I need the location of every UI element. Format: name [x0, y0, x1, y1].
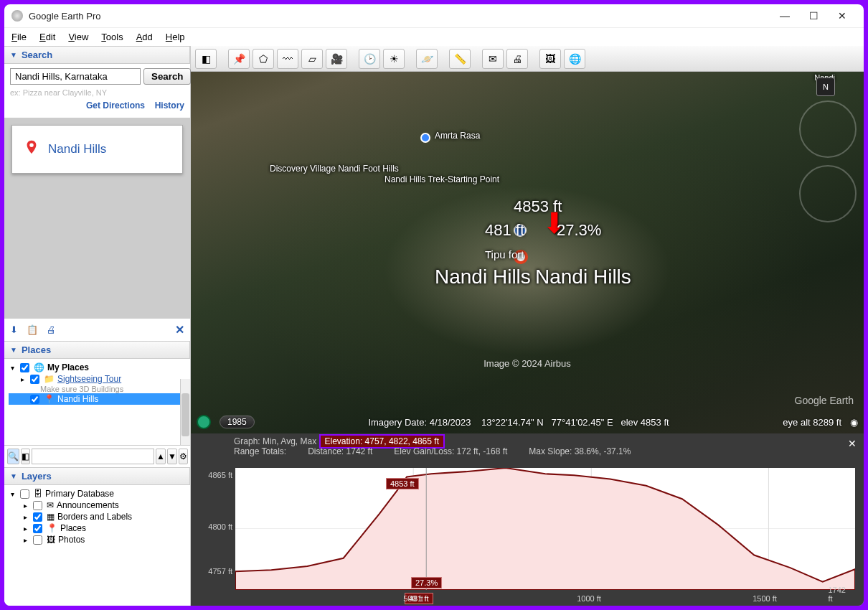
menu-tools[interactable]: Tools	[101, 32, 123, 42]
expand-icon[interactable]: ▾	[9, 364, 16, 372]
menu-edit[interactable]: Edit	[39, 32, 55, 42]
compass-icon[interactable]: N	[816, 78, 835, 96]
status-bar: 1985 Imagery Date: 4/18/2023 13°22'14.74…	[191, 413, 864, 431]
expand-icon[interactable]: ▾	[9, 490, 16, 498]
menu-view[interactable]: View	[68, 32, 88, 42]
app-title: Google Earth Pro	[29, 11, 100, 22]
maximize-button[interactable]: ☐	[799, 6, 828, 26]
search-result-item[interactable]: Nandi Hills	[11, 125, 183, 174]
checkbox[interactable]	[30, 395, 39, 404]
mail-icon: ✉	[47, 500, 54, 510]
gainloss-readout: Elev Gain/Loss: 172 ft, -168 ft	[394, 446, 507, 456]
scrollbar[interactable]	[180, 379, 190, 445]
search-results: Nandi Hills	[4, 118, 190, 319]
ruler-button[interactable]: 📏	[449, 49, 471, 69]
menu-help[interactable]: Help	[166, 32, 185, 42]
save-image-button[interactable]: 🖼	[539, 49, 561, 69]
folder-icon: 📁	[44, 374, 55, 384]
nav-ring[interactable]	[799, 100, 857, 158]
place-item[interactable]: Nandi Hills	[57, 394, 98, 404]
photo-icon: 🖼	[47, 535, 55, 545]
pin-icon: 📍	[44, 394, 55, 404]
layer-item[interactable]: Photos	[58, 535, 85, 545]
collapse-icon: ▼	[10, 51, 17, 59]
clear-search-icon[interactable]: ✕	[175, 323, 184, 337]
y-tick: 4757 ft	[208, 567, 232, 576]
layers-panel-header[interactable]: ▼ Layers	[4, 467, 190, 485]
place-icon: 📍	[47, 523, 57, 533]
sun-button[interactable]: ☀	[383, 49, 405, 69]
elevation-chart[interactable]: 4853 ft 27.3%	[235, 468, 855, 590]
places-panel-header[interactable]: ▼ Places	[4, 341, 190, 359]
path-button[interactable]: 〰	[277, 49, 298, 69]
planet-button[interactable]: 🪐	[416, 49, 438, 69]
checkbox[interactable]	[33, 524, 42, 533]
checkbox[interactable]	[33, 512, 42, 522]
places-tree: ▾ 🌐 My Places ▸ 📁 Sightseeing Tour Make …	[4, 359, 190, 445]
close-elevation-button[interactable]: ✕	[848, 438, 857, 449]
primary-db-label[interactable]: Primary Database	[45, 489, 114, 499]
map-label: Tipu fort	[485, 248, 524, 261]
down-button[interactable]: ▼	[167, 449, 177, 464]
panel-toggle-button[interactable]: ◧	[195, 49, 217, 69]
search-button[interactable]: Search	[143, 68, 191, 85]
sphere-icon[interactable]: ◉	[850, 417, 858, 428]
overlay-button[interactable]: ▱	[301, 49, 323, 69]
layer-item[interactable]: Announcements	[57, 500, 119, 510]
tour-button[interactable]: 🎥	[326, 49, 347, 69]
right-area: ◧ 📌 ⬠ 〰 ▱ 🎥 🕑 ☀ 🪐 📏 ✉ 🖨 🖼 🌐	[191, 46, 864, 606]
lat-readout: 13°22'14.74" N	[481, 417, 544, 428]
slope-label: 27.3%	[557, 221, 601, 240]
clock-icon[interactable]	[197, 415, 211, 429]
search-input[interactable]	[10, 68, 141, 85]
cursor-elev-marker: 4853 ft	[386, 478, 419, 489]
menu-file[interactable]: File	[11, 32, 27, 42]
polygon-button[interactable]: ⬠	[253, 49, 274, 69]
my-places-label[interactable]: My Places	[47, 362, 89, 372]
save-search-icon[interactable]: ⬇	[10, 324, 18, 335]
titlebar: Google Earth Pro — ☐ ✕	[4, 4, 864, 27]
history-link[interactable]: History	[155, 100, 184, 111]
checkbox[interactable]	[20, 489, 29, 499]
email-button[interactable]: ✉	[482, 49, 504, 69]
y-tick: 4800 ft	[208, 522, 232, 531]
layer-item[interactable]: Places	[60, 523, 86, 533]
layer-item[interactable]: Borders and Labels	[57, 512, 132, 522]
map-viewport[interactable]: Nandi N Amrta Rasa Discovery Village Nan…	[191, 72, 864, 433]
minimize-button[interactable]: —	[770, 6, 799, 26]
close-button[interactable]: ✕	[828, 6, 857, 26]
app-icon	[11, 10, 23, 22]
placemark-button[interactable]: 📌	[228, 49, 250, 69]
up-button[interactable]: ▲	[156, 449, 166, 464]
print-icon[interactable]: 🖨	[47, 324, 56, 335]
search-hint: ex: Pizza near Clayville, NY	[10, 88, 184, 97]
expand-icon[interactable]: ▸	[19, 375, 26, 383]
network-button[interactable]: ⚙	[179, 449, 188, 464]
checkbox[interactable]	[33, 501, 42, 510]
history-button[interactable]: 🕑	[359, 49, 380, 69]
print-button[interactable]: 🖨	[506, 49, 528, 69]
tour-link[interactable]: Sightseeing Tour	[57, 374, 121, 384]
x-tick: 1500 ft	[753, 594, 777, 603]
kml-button[interactable]: 🌐	[564, 49, 585, 69]
main-toolbar: ◧ 📌 ⬠ 〰 ▱ 🎥 🕑 ☀ 🪐 📏 ✉ 🖨 🖼 🌐	[191, 46, 864, 72]
history-year[interactable]: 1985	[220, 416, 255, 428]
x-tick: 1000 ft	[577, 594, 601, 603]
pan-ring[interactable]	[799, 165, 857, 222]
poi-pin[interactable]	[420, 133, 430, 143]
x-tick: 500 ft	[403, 594, 423, 603]
places-filter-input[interactable]	[32, 449, 154, 464]
search-places-button[interactable]: 🔍	[7, 449, 19, 464]
copy-icon[interactable]: 📋	[27, 324, 38, 335]
y-tick: 4865 ft	[208, 471, 232, 479]
panel-button[interactable]: ◧	[21, 449, 30, 464]
layers-tree: ▾ 🗄 Primary Database ▸ ✉ Announcements ▸…	[4, 485, 190, 548]
map-label: Discovery Village Nandi Foot Hills	[270, 164, 399, 174]
checkbox[interactable]	[33, 535, 42, 545]
checkbox[interactable]	[20, 363, 29, 372]
elev-readout: elev 4853 ft	[621, 417, 669, 428]
search-panel-header[interactable]: ▼ Search	[4, 46, 190, 64]
menu-add[interactable]: Add	[136, 32, 153, 42]
checkbox[interactable]	[30, 375, 39, 384]
get-directions-link[interactable]: Get Directions	[86, 100, 145, 111]
